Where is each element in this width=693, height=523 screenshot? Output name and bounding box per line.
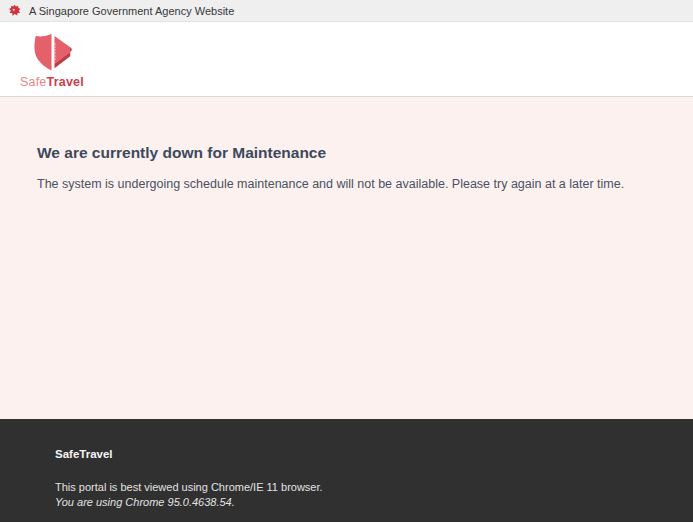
maintenance-heading: We are currently down for Maintenance: [37, 144, 656, 162]
footer-brand: SafeTravel: [55, 448, 693, 460]
logo-travel-text: Travel: [47, 75, 84, 89]
singapore-lion-icon: [8, 4, 21, 17]
safetravel-logo-text: SafeTravel: [20, 76, 84, 89]
logo-safe-text: Safe: [20, 75, 47, 89]
gov-banner: A Singapore Government Agency Website: [0, 0, 693, 22]
gov-banner-text: A Singapore Government Agency Website: [29, 5, 234, 17]
site-footer: SafeTravel This portal is best viewed us…: [0, 419, 693, 522]
footer-user-agent-note: You are using Chrome 95.0.4638.54.: [55, 495, 693, 510]
maintenance-message: The system is undergoing schedule mainte…: [37, 176, 656, 194]
safetravel-logo-link[interactable]: SafeTravel: [20, 30, 84, 89]
maintenance-panel: We are currently down for Maintenance Th…: [0, 97, 693, 419]
site-header: SafeTravel: [0, 22, 693, 97]
footer-browser-note: This portal is best viewed using Chrome/…: [55, 480, 693, 495]
safetravel-shield-icon: [32, 30, 74, 75]
